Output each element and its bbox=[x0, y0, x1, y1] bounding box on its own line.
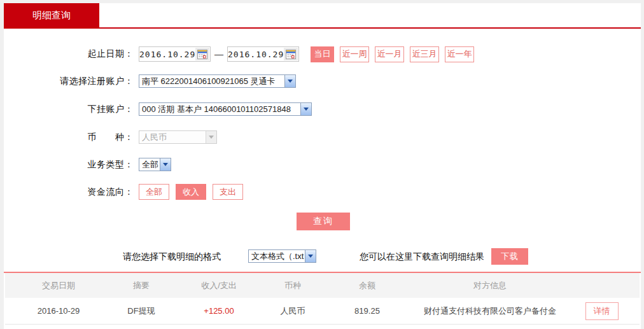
currency-label: 币 种： bbox=[0, 132, 134, 143]
fund-flow-all-button[interactable]: 全部 bbox=[139, 184, 169, 200]
chevron-down-icon bbox=[300, 103, 311, 115]
cell-currency: 人民币 bbox=[281, 305, 305, 317]
header-amount: 收入/支出 bbox=[201, 280, 237, 291]
sub-account-select[interactable]: 000 活期 基本户 1406600101102571848 bbox=[139, 102, 312, 116]
calendar-icon bbox=[286, 50, 296, 59]
register-account-value: 南平 6222001406100921065 灵通卡 bbox=[139, 76, 284, 87]
sub-account-label: 下挂账户： bbox=[0, 104, 134, 115]
register-account-select[interactable]: 南平 6222001406100921065 灵通卡 bbox=[139, 74, 296, 88]
download-format-label: 请您选择下载明细的格式 bbox=[123, 251, 221, 263]
end-date-value: 2016.10.29 bbox=[228, 50, 284, 59]
cell-counterparty: 财付通支付科技有限公司客户备付金 bbox=[424, 305, 556, 317]
quick-range-year-button[interactable]: 近一年 bbox=[445, 46, 474, 62]
table-row: 2016-10-29 DF提现 +125.00 人民币 819.25 财付通支付… bbox=[5, 298, 640, 325]
end-date-input[interactable]: 2016.10.29 bbox=[227, 46, 299, 62]
cell-date: 2016-10-29 bbox=[38, 306, 80, 316]
cell-amount: +125.00 bbox=[204, 306, 234, 316]
download-format-select[interactable]: 文本格式（.txt） bbox=[248, 249, 316, 263]
header-date: 交易日期 bbox=[42, 280, 75, 291]
header-balance: 余额 bbox=[359, 280, 375, 291]
register-account-label: 请选择注册账户： bbox=[0, 76, 134, 87]
download-hint: 您可以在这里下载查询明细结果 bbox=[360, 251, 484, 263]
chevron-down-icon bbox=[206, 131, 216, 143]
currency-value: 人民币 bbox=[139, 132, 206, 143]
currency-select: 人民币 bbox=[139, 130, 217, 144]
chevron-down-icon bbox=[160, 158, 171, 171]
quick-range-today-button[interactable]: 当日 bbox=[311, 46, 334, 62]
business-type-label: 业务类型： bbox=[0, 159, 134, 171]
cell-balance: 819.25 bbox=[354, 306, 380, 316]
calendar-icon bbox=[197, 50, 207, 59]
date-range-label: 起止日期： bbox=[0, 48, 134, 60]
quick-range-3month-button[interactable]: 近三月 bbox=[410, 46, 439, 62]
header-summary: 摘要 bbox=[133, 280, 150, 291]
chevron-down-icon bbox=[305, 250, 316, 262]
quick-range-month-button[interactable]: 近一月 bbox=[375, 46, 404, 62]
table-header: 交易日期 摘要 收入/支出 币种 余额 对方信息 bbox=[5, 273, 640, 298]
start-date-calendar-icon[interactable] bbox=[195, 48, 209, 60]
date-separator: — bbox=[214, 49, 223, 59]
start-date-input[interactable]: 2016.10.29 bbox=[139, 46, 211, 62]
header-currency: 币种 bbox=[284, 280, 301, 291]
download-row: 请您选择下载明细的格式 文本格式（.txt） 您可以在这里下载查询明细结果 下载 bbox=[0, 248, 644, 265]
fund-flow-label: 资金流向： bbox=[0, 186, 134, 198]
tab-detail-query[interactable]: 明细查询 bbox=[4, 3, 99, 27]
fund-flow-income-button[interactable]: 收入 bbox=[176, 184, 206, 200]
fund-flow-expense-button[interactable]: 支出 bbox=[213, 184, 243, 200]
date-range-row: 起止日期： 2016.10.29 — 2016.10.29 bbox=[0, 46, 638, 62]
chevron-down-icon bbox=[284, 75, 295, 87]
sub-account-row: 下挂账户： 000 活期 基本户 1406600101102571848 bbox=[0, 102, 638, 116]
fund-flow-row: 资金流向： 全部 收入 支出 bbox=[0, 184, 638, 200]
header-counterparty: 对方信息 bbox=[473, 280, 507, 291]
end-date-calendar-icon[interactable] bbox=[284, 48, 298, 60]
business-type-row: 业务类型： 全部 bbox=[0, 157, 638, 172]
start-date-value: 2016.10.29 bbox=[139, 50, 195, 59]
business-type-value: 全部 bbox=[139, 159, 160, 171]
query-button[interactable]: 查询 bbox=[297, 213, 350, 230]
business-type-select[interactable]: 全部 bbox=[139, 158, 171, 171]
register-account-row: 请选择注册账户： 南平 6222001406100921065 灵通卡 bbox=[0, 74, 638, 88]
detail-button[interactable]: 详情 bbox=[585, 302, 619, 320]
download-button[interactable]: 下载 bbox=[491, 248, 528, 265]
download-format-value: 文本格式（.txt） bbox=[249, 251, 305, 262]
quick-range-week-button[interactable]: 近一周 bbox=[340, 46, 369, 62]
sub-account-value: 000 活期 基本户 1406600101102571848 bbox=[139, 104, 300, 115]
currency-row: 币 种： 人民币 bbox=[0, 130, 638, 144]
tab-underline bbox=[4, 27, 641, 29]
cell-summary: DF提现 bbox=[127, 305, 155, 317]
